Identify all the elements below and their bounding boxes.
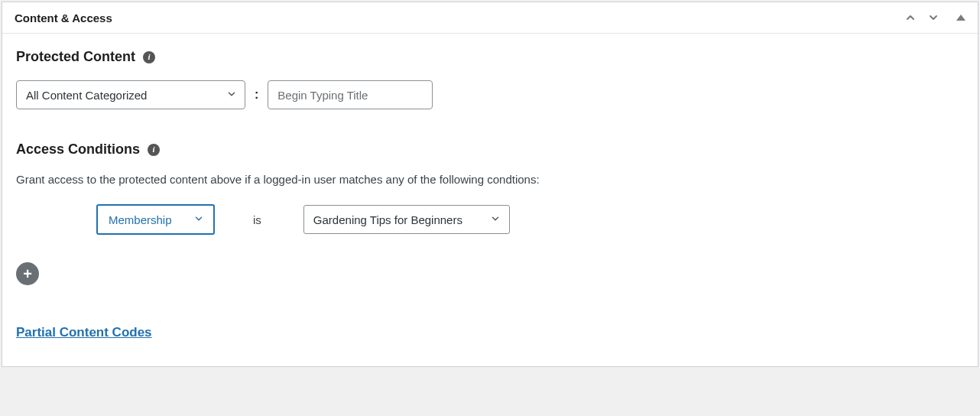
condition-type-value: Membership xyxy=(109,213,172,226)
content-category-value: All Content Categorized xyxy=(26,89,147,102)
panel-up-button[interactable] xyxy=(903,10,918,25)
info-icon[interactable]: i xyxy=(148,144,160,156)
content-category-select[interactable]: All Content Categorized xyxy=(16,80,245,109)
chevron-down-icon xyxy=(226,89,237,102)
condition-type-select[interactable]: Membership xyxy=(96,204,215,235)
add-condition-button[interactable]: + xyxy=(16,262,39,285)
access-conditions-section: Access Conditions i Grant access to the … xyxy=(16,141,964,340)
condition-value-text: Gardening Tips for Beginners xyxy=(313,213,462,226)
condition-operator: is xyxy=(253,213,261,226)
access-help-text: Grant access to the protected content ab… xyxy=(16,173,964,186)
protected-content-row: All Content Categorized : xyxy=(16,80,964,109)
info-icon[interactable]: i xyxy=(143,51,155,63)
access-conditions-header: Access Conditions i xyxy=(16,141,964,158)
plus-icon: + xyxy=(23,266,32,281)
panel-title: Content & Access xyxy=(15,11,112,24)
protected-content-heading: Protected Content xyxy=(16,49,135,65)
panel-header: Content & Access xyxy=(2,2,978,34)
panel-down-button[interactable] xyxy=(926,10,941,25)
panel-body: Protected Content i All Content Categori… xyxy=(2,34,978,366)
protected-content-header: Protected Content i xyxy=(16,49,964,65)
content-access-panel: Content & Access Protected Content i All… xyxy=(2,2,978,367)
condition-row: Membership is Gardening Tips for Beginne… xyxy=(96,204,964,235)
partial-content-codes-link[interactable]: Partial Content Codes xyxy=(16,325,152,340)
panel-controls xyxy=(903,10,965,25)
condition-value-select[interactable]: Gardening Tips for Beginners xyxy=(303,205,510,234)
chevron-down-icon xyxy=(193,213,204,226)
access-conditions-heading: Access Conditions xyxy=(16,141,140,158)
chevron-down-icon xyxy=(490,213,501,226)
partial-codes-row: Partial Content Codes xyxy=(16,325,964,340)
separator: : xyxy=(253,88,260,102)
content-title-input[interactable] xyxy=(268,80,433,109)
panel-toggle-button[interactable] xyxy=(956,15,965,21)
